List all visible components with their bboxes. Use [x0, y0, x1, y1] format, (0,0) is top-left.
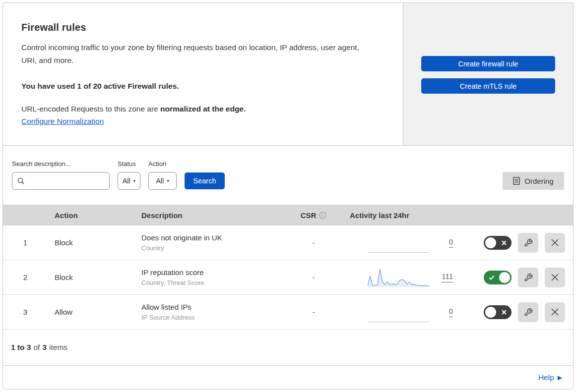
wrench-icon: [524, 273, 533, 282]
help-link[interactable]: Help ▶: [538, 373, 562, 382]
search-input[interactable]: [29, 177, 104, 185]
column-description: Description: [134, 211, 294, 220]
rule-enabled-toggle[interactable]: [484, 271, 512, 284]
search-input-wrapper[interactable]: [12, 172, 110, 190]
search-label: Search description...: [12, 160, 110, 168]
rule-filter-fields: IP Source Address: [141, 314, 294, 321]
rule-description: IP reputation score: [141, 268, 294, 277]
rule-controls: [453, 233, 573, 253]
column-action: Action: [48, 211, 134, 220]
check-icon: [489, 275, 495, 280]
info-icon[interactable]: [319, 212, 326, 219]
rule-action: Block: [48, 273, 134, 281]
rule-csr-value: -: [294, 273, 333, 281]
activity-sparkline: [368, 232, 429, 253]
delete-rule-button[interactable]: [545, 268, 565, 287]
rule-filter-fields: Country: [141, 244, 294, 252]
rule-activity-cell: 111: [333, 268, 453, 287]
x-icon: [501, 309, 507, 315]
arrow-right-icon: ▶: [558, 374, 562, 381]
rule-description: Allow listed IPs: [141, 303, 294, 311]
close-icon: [551, 273, 559, 281]
rule-csr-value: -: [294, 238, 333, 247]
edit-rule-button[interactable]: [518, 302, 538, 322]
action-dropdown-value: All: [156, 177, 164, 185]
rule-activity-cell: 0: [333, 302, 453, 322]
action-dropdown[interactable]: All ▾: [148, 172, 177, 190]
rule-csr-value: -: [294, 308, 333, 316]
help-link-label: Help: [538, 373, 554, 382]
rule-description-cell: IP reputation score Country, Threat Scor…: [134, 268, 294, 286]
x-icon: [501, 240, 507, 246]
edit-rule-button[interactable]: [518, 233, 538, 253]
top-section: Firewall rules Control incoming traffic …: [3, 3, 573, 146]
rule-action: Block: [48, 238, 134, 247]
rule-priority: 2: [3, 273, 48, 281]
wrench-icon: [524, 238, 533, 247]
status-dropdown[interactable]: All ▾: [118, 172, 140, 190]
action-label: Action: [148, 160, 177, 168]
rule-enabled-toggle[interactable]: [484, 305, 512, 319]
rule-controls: [453, 268, 573, 287]
pagination-of: of: [33, 343, 40, 352]
delete-rule-button[interactable]: [545, 233, 565, 253]
normalization-note: URL-encoded Requests to this zone are no…: [21, 105, 377, 113]
configure-normalization-link[interactable]: Configure Normalization: [21, 117, 104, 126]
edit-rule-button[interactable]: [518, 268, 538, 287]
close-icon: [551, 308, 559, 316]
table-row: 1 Block Does not originate in UK Country…: [3, 225, 573, 260]
filter-bar: Search description... Status All ▾ Actio…: [3, 146, 573, 205]
table-row: 2 Block IP reputation score Country, Thr…: [3, 260, 573, 295]
page-description: Control incoming traffic to your zone by…: [21, 41, 374, 67]
intro-section: Firewall rules Control incoming traffic …: [3, 3, 403, 145]
pagination-items: items: [49, 343, 67, 352]
rule-description-cell: Allow listed IPs IP Source Address: [134, 303, 294, 321]
column-csr-label: CSR: [301, 211, 317, 220]
create-mtls-rule-button[interactable]: Create mTLS rule: [421, 78, 555, 94]
ordering-list-icon: [513, 177, 520, 185]
close-icon: [551, 238, 559, 247]
column-activity: Activity last 24hr: [333, 211, 453, 220]
rule-priority: 3: [3, 308, 48, 316]
rules-table: Action Description CSR Activity last 24h…: [3, 205, 573, 330]
table-row: 3 Allow Allow listed IPs IP Source Addre…: [3, 295, 573, 330]
chevron-down-icon: ▾: [167, 179, 169, 183]
activity-sparkline: [368, 302, 429, 322]
column-csr: CSR: [294, 211, 333, 220]
activity-count-link[interactable]: 0: [449, 237, 453, 248]
ordering-button[interactable]: Ordering: [503, 172, 564, 190]
table-header: Action Description CSR Activity last 24h…: [3, 205, 573, 225]
ordering-button-label: Ordering: [524, 177, 553, 185]
firewall-rules-panel: Firewall rules Control incoming traffic …: [2, 2, 574, 390]
normalization-note-text: URL-encoded Requests to this zone are: [21, 105, 160, 113]
rule-action: Allow: [48, 308, 134, 316]
rule-enabled-toggle[interactable]: [484, 236, 512, 250]
rule-description: Does not originate in UK: [141, 233, 294, 242]
delete-rule-button[interactable]: [545, 302, 565, 322]
rule-activity-cell: 0: [333, 232, 453, 253]
pagination-total: 3: [42, 343, 47, 352]
pagination-summary: 1 to 3 of 3 items: [3, 330, 573, 365]
search-icon: [17, 177, 25, 185]
activity-count-link[interactable]: 111: [442, 272, 453, 282]
toggle-knob: [485, 237, 496, 248]
activity-count-link[interactable]: 0: [449, 307, 453, 317]
activity-sparkline: [368, 268, 429, 287]
toggle-knob: [499, 272, 510, 283]
actions-panel: Create firewall rule Create mTLS rule: [403, 3, 573, 145]
toggle-knob: [485, 307, 496, 318]
usage-summary: You have used 1 of 20 active Firewall ru…: [21, 82, 377, 91]
help-bar: Help ▶: [3, 365, 573, 389]
page-title: Firewall rules: [21, 22, 377, 33]
pagination-range: 1 to 3: [11, 343, 31, 352]
search-button[interactable]: Search: [185, 172, 225, 189]
rule-description-cell: Does not originate in UK Country: [134, 233, 294, 252]
status-dropdown-value: All: [123, 177, 130, 185]
rule-filter-fields: Country, Threat Score: [141, 279, 294, 286]
create-firewall-rule-button[interactable]: Create firewall rule: [421, 56, 555, 71]
rule-priority: 1: [3, 238, 48, 247]
normalization-note-bold: normalized at the edge.: [160, 105, 246, 113]
wrench-icon: [524, 308, 533, 317]
rule-controls: [453, 302, 573, 322]
status-label: Status: [118, 160, 140, 168]
